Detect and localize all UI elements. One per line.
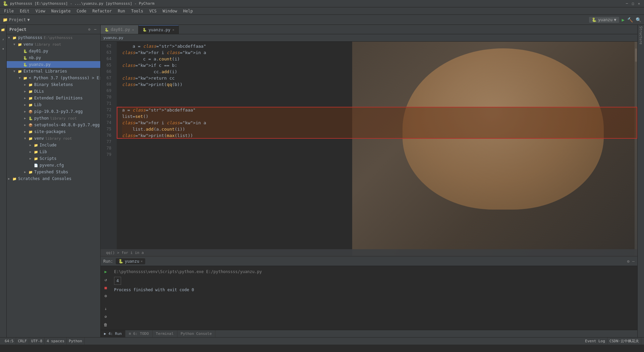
line-num-64: 64 [101,56,114,62]
project-settings-button[interactable]: ⚙ [87,27,92,32]
tree-item-3[interactable]: 🐍nb.py [7,54,100,61]
menu-item-help[interactable]: Help [180,8,196,14]
breadcrumb-bar: yuanzu.py [101,34,637,42]
minimize-button[interactable]: ─ [625,1,629,6]
window-controls: ─ □ ✕ [625,1,641,6]
menu-item-navigate[interactable]: Navigate [49,8,73,14]
status-encoding[interactable]: UTF-8 [29,338,45,345]
run-filter-button[interactable]: ⊘ [102,313,109,320]
menu-item-view[interactable]: View [33,8,48,14]
folder-icon: 📁 [3,17,8,22]
tree-item-5[interactable]: ▼📁External Libraries [7,68,100,75]
menu-item-edit[interactable]: Edit [17,8,32,14]
tree-item-14[interactable]: ▶📁site-packages [7,128,100,135]
project-collapse-button[interactable]: — [93,27,98,32]
run-name[interactable]: 🐍 yuanzu ✕ [116,258,145,264]
tree-icon-10: 📁 [28,102,33,107]
code-editor[interactable]: 626364656667686970717273747576777879 a =… [101,42,637,256]
tree-icon-8: 📁 [28,89,33,94]
code-content[interactable]: a = class="str">"abcdeffaaa" class="kw">… [117,42,637,256]
tree-item-15[interactable]: ▼📁venvlibrary root [7,135,100,142]
menu-item-run[interactable]: Run [115,8,128,14]
tree-item-1[interactable]: ▼📁venvlibrary root [7,41,100,48]
py-file-icon-active: 🐍 [143,28,147,32]
search-button[interactable]: 🔍 [636,17,641,23]
close-day01-tab[interactable]: ✕ [132,28,134,32]
maximize-button[interactable]: □ [631,1,635,6]
code-line-69 [122,88,637,94]
tree-label-14: site-packages [34,129,66,134]
line-num-75: 75 [101,126,114,132]
tree-item-17[interactable]: ▶📁Lib [7,148,100,155]
tree-item-9[interactable]: ▶📁Extended Definitions [7,95,100,101]
tree-icon-9: 📁 [28,96,33,100]
run-settings-button[interactable]: ⚙ [102,292,109,300]
run-button[interactable]: ▶ [622,17,625,23]
run-scroll-button[interactable]: ↓ [102,305,109,312]
tab-yuanzu[interactable]: 🐍 yuanzu.py ✕ [139,25,179,34]
menu-item-window[interactable]: Window [160,8,180,14]
tree-arrow-1: ▼ [13,43,17,46]
run-play-button[interactable]: ▶ [102,268,109,275]
favorites-tool-button[interactable]: ★ [2,47,4,50]
run-output: E:\pythonssss\venv\Scripts\python.exe E:… [111,267,636,328]
run-panel-close[interactable]: — [632,259,635,264]
line-num-62: 62 [101,43,114,49]
status-csdn[interactable]: CSDN·云中枫花夫 [607,338,641,345]
tree-icon-15: 📁 [28,136,33,141]
tree-arrow-18: ▶ [30,157,34,160]
tree-item-12[interactable]: ▶🐍pythonlibrary root [7,115,100,122]
tree-item-11[interactable]: ▶📦pip-19.0.3-py3.7.egg [7,108,100,115]
tree-item-8[interactable]: ▶📁DLLs [7,88,100,95]
structure-tool-button[interactable]: ⚡ [2,38,4,41]
tree-item-2[interactable]: 🐍day01.py [7,48,100,54]
project-selector[interactable]: 📁 Project ▼ [3,17,30,22]
tree-item-4[interactable]: 🐍yuanzu.py [7,61,100,68]
status-crlf[interactable]: CRLF [16,338,30,345]
menu-item-code[interactable]: Code [74,8,89,14]
tree-item-20[interactable]: ▶📁Typeshed Stubs [7,169,100,175]
code-line-64: c = a.count(i) [122,56,637,62]
tree-item-21[interactable]: ▶📁Scratches and Consoles [7,175,100,182]
project-tool-button[interactable]: 📁 [1,28,6,32]
status-indent[interactable]: 4 spaces [45,338,67,345]
status-python[interactable]: Python [67,338,85,345]
close-button[interactable]: ✕ [637,1,641,6]
tree-item-18[interactable]: ▶📁Scripts [7,155,100,162]
run-stop-button[interactable]: ■ [102,284,109,292]
footer-tab-1[interactable]: ≡ 6: TODO [125,330,153,337]
footer-tab-0[interactable]: ▶ 4: Run [101,330,125,337]
tree-icon-5: 📁 [17,69,22,74]
tree-item-0[interactable]: ▼📁pythonssssE:\pythonssss [7,34,100,41]
tree-item-10[interactable]: ▶📁Lib [7,101,100,108]
tree-icon-3: 🐍 [23,55,28,60]
menu-item-vcs[interactable]: VCS [147,8,159,14]
footer-tab-2[interactable]: Terminal [153,330,177,337]
code-line-63: class="kw">for i class="kw">in a [122,49,637,56]
tree-item-6[interactable]: ▼📁< Python 3.7 (pythonssss) > E:\pythons… [7,75,100,81]
run-rerun-button[interactable]: ↺ [102,276,109,283]
menu-item-file[interactable]: File [1,8,16,14]
tree-item-16[interactable]: ▶📁Include [7,142,100,148]
tree-arrow-15: ▼ [24,137,28,140]
build-button[interactable]: 🔨 [627,17,633,23]
run-content: ▶ ↺ ■ ⚙ ↓ ⊘ 🗑 E:\pythonssss\venv\Scripts… [101,266,637,330]
tree-label-21: Scratches and Consoles [18,176,71,181]
run-label: Run: [103,259,113,264]
tree-icon-16: 📁 [34,143,38,147]
menu-item-refactor[interactable]: Refactor [90,8,114,14]
status-event-log[interactable]: Event Log [583,338,607,345]
tree-item-7[interactable]: ▶📁Binary Skeletons [7,81,100,88]
menu-item-tools[interactable]: Tools [128,8,146,14]
right-structure-button[interactable]: Structure [639,26,643,44]
tab-day01[interactable]: 🐍 day01.py ✕ [101,25,139,34]
close-yuanzu-tab[interactable]: ✕ [172,28,174,32]
tree-item-19[interactable]: 📄pyvenv.cfg [7,162,100,169]
status-position[interactable]: 64:5 [3,338,16,345]
footer-tab-3[interactable]: Python Console [177,330,216,337]
run-config-selector[interactable]: 🐍 yuanzu ▼ [589,17,619,23]
run-clear-button[interactable]: 🗑 [102,321,109,328]
run-panel-settings[interactable]: ⚙ [627,259,630,264]
run-name-close[interactable]: ✕ [141,259,143,263]
tree-item-13[interactable]: ▶📦setuptools-40.8.0-py3.7.egglibrary roo… [7,122,100,128]
